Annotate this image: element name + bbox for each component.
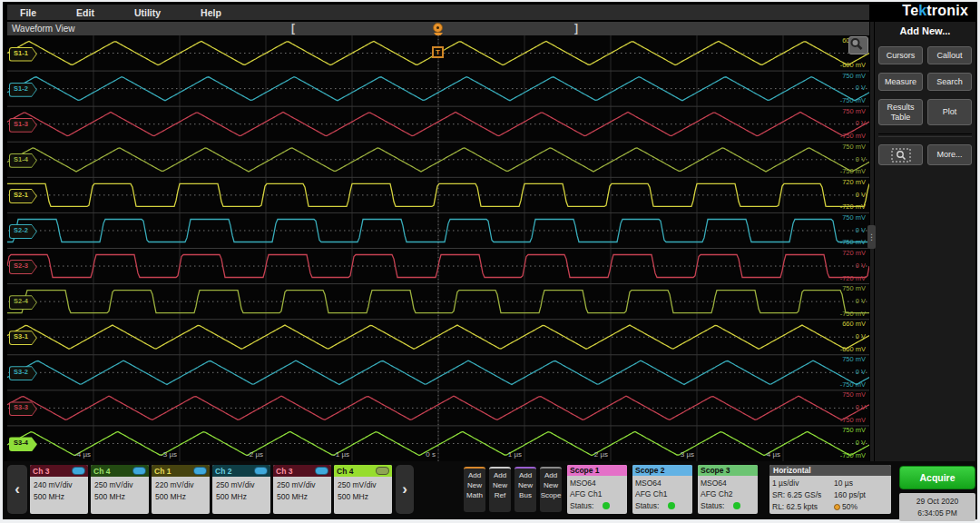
time-tick--3-s: -3 µs (161, 450, 177, 459)
channel-label-S3-1[interactable]: S3-1 (9, 331, 37, 345)
magnifier-icon (849, 37, 864, 50)
zoom-overview-button[interactable] (848, 36, 868, 54)
status-ok-icon (603, 502, 610, 509)
acquire-button[interactable]: Acquire (899, 466, 975, 489)
add-new-line: Add (464, 471, 485, 481)
channel-name: Ch 3 (276, 467, 292, 476)
channel-label-S3-4[interactable]: S3-4 (9, 437, 37, 451)
time-tick--4-s: -4 µs (74, 450, 91, 459)
channel-scale: 250 mV/div (216, 479, 267, 491)
scope-status-label: Status: (570, 500, 593, 511)
add-new-line: Ref (489, 491, 511, 501)
scope-badge-icon (315, 467, 328, 475)
scope-status-row: Status: (570, 500, 624, 511)
scope-panel-body: MSO64AFG Ch1Status: (632, 476, 692, 513)
channel-label-S3-2[interactable]: S3-2 (9, 366, 37, 380)
channel-name: Ch 4 (337, 467, 353, 476)
horizontal-panel[interactable]: Horizontal 1 µs/divSR: 6.25 GS/sRL: 62.5… (769, 465, 891, 514)
sidebar-button-search[interactable]: Search (927, 73, 972, 91)
scope-panel-3[interactable]: Scope 3MSO64AFG Ch2Status: (698, 465, 758, 514)
zoom-bracket-right[interactable]: ] (574, 22, 578, 35)
scale-labels-S1-2: 750 mV0 V-750 mV (840, 73, 866, 104)
channel-name: Ch 3 (33, 467, 49, 476)
sidebar-button-measure[interactable]: Measure (878, 73, 923, 91)
scale-mid-S1-2: 0 V (856, 84, 866, 92)
channel-card-2[interactable]: Ch 4250 mV/div500 MHz (91, 465, 149, 514)
sidebar-button-results-table[interactable]: Results Table (878, 99, 923, 125)
channel-card-6[interactable]: Ch 4250 mV/div500 MHz (334, 465, 392, 514)
scroll-left-button[interactable]: ‹ (7, 465, 27, 514)
scope-badge-icon (72, 467, 85, 475)
add-new-bus-button[interactable]: AddNewBus (514, 467, 536, 512)
trigger-position-icon[interactable] (433, 23, 443, 33)
scope-model: MSO64 (701, 478, 755, 488)
scope-badge-icon (193, 467, 207, 475)
add-new-ref-button[interactable]: AddNewRef (489, 467, 511, 512)
zoom-bracket-left[interactable]: [ (291, 22, 295, 35)
channel-label-S1-1[interactable]: S1-1 (9, 47, 37, 62)
scale-mid-S3-3: 0 V (856, 404, 866, 411)
scope-status-label: Status: (635, 500, 659, 511)
menu-item-help[interactable]: Help (201, 7, 221, 18)
scope-panel-body: MSO64AFG Ch1Status: (567, 476, 627, 513)
time-tick--2-s: -2 µs (247, 450, 263, 459)
channel-label-S2-3[interactable]: S2-3 (9, 260, 37, 274)
waveform-view-title: Waveform View (12, 24, 74, 34)
channel-label-text-S3-1: S3-1 (10, 331, 36, 344)
scope-panels: Scope 1MSO64AFG Ch1Status:Scope 2MSO64AF… (567, 465, 758, 514)
scope-panel-body: MSO64AFG Ch2Status: (698, 476, 758, 513)
sidebar-button-callout[interactable]: Callout (927, 46, 972, 64)
scale-bottom-S1-1: -600 mV (840, 62, 866, 69)
tektronix-logo: Tektronix (902, 3, 968, 19)
scroll-right-button[interactable]: › (396, 465, 414, 514)
logo-tronix: tronix (926, 3, 968, 18)
splitter-handle[interactable]: ⋮ (867, 225, 876, 249)
channel-card-3[interactable]: Ch 1220 mV/div500 MHz (152, 465, 210, 514)
scope-badge-icon (376, 467, 389, 475)
scale-mid-S3-4: 0 V (856, 439, 866, 447)
add-new-scope-button[interactable]: AddNewScope (540, 467, 562, 512)
channel-label-S2-2[interactable]: S2-2 (9, 224, 37, 239)
menu-item-file[interactable]: File (20, 7, 36, 18)
channel-card-4[interactable]: Ch 2250 mV/div500 MHz (212, 465, 270, 514)
add-new-line: New (540, 481, 562, 491)
scope-panel-title: Scope 1 (567, 465, 627, 476)
trigger-marker[interactable]: T (432, 46, 444, 58)
scope-model: MSO64 (635, 478, 690, 488)
scope-status-row: Status: (701, 500, 755, 511)
add-new-line: Add (514, 471, 536, 481)
add-new-math-button[interactable]: AddNewMath (464, 467, 485, 512)
menu-item-edit[interactable]: Edit (76, 7, 94, 18)
channel-label-S1-3[interactable]: S1-3 (9, 118, 37, 133)
waveform-view-panel: Waveform View [ ] T -4 µs-3 µs-2 µs-1 µs… (7, 22, 869, 461)
channel-label-S1-4[interactable]: S1-4 (9, 153, 37, 168)
channel-label-S1-2[interactable]: S1-2 (9, 83, 37, 97)
scope-panel-1[interactable]: Scope 1MSO64AFG Ch1Status: (567, 465, 627, 514)
channel-bandwidth: 500 MHz (155, 491, 206, 503)
sidebar-button-plot[interactable]: Plot (927, 99, 972, 125)
add-new-line: New (489, 481, 511, 491)
sidebar-button-cursors[interactable]: Cursors (878, 46, 923, 64)
more-button[interactable]: More... (927, 144, 972, 165)
channel-label-S2-1[interactable]: S2-1 (9, 189, 37, 203)
menu-item-utility[interactable]: Utility (134, 7, 161, 18)
horizontal-value: RL: 62.5 kpts (772, 501, 834, 513)
scale-mid-S2-1: 0 V (856, 192, 866, 199)
channel-card-5[interactable]: Ch 3250 mV/div500 MHz (273, 465, 331, 514)
zoom-mode-button[interactable] (878, 144, 923, 165)
time-tick-2-s: 2 µs (594, 450, 608, 459)
horizontal-left-column: 1 µs/divSR: 6.25 GS/sRL: 62.5 kpts (772, 478, 834, 512)
channel-card-1[interactable]: Ch 3240 mV/div500 MHz (30, 465, 88, 514)
channel-cards: Ch 3240 mV/div500 MHzCh 4250 mV/div500 M… (30, 465, 392, 514)
channel-scale: 240 mV/div (34, 479, 84, 491)
channel-label-text-S3-3: S3-3 (10, 402, 36, 415)
horizontal-value: 10 µs (834, 478, 888, 489)
channel-card-header: Ch 3 (273, 465, 331, 477)
scope-panel-title: Scope 2 (632, 465, 692, 476)
scope-panel-2[interactable]: Scope 2MSO64AFG Ch1Status: (632, 465, 692, 514)
add-new-buttons: AddNewMathAddNewRefAddNewBusAddNewScope (464, 467, 562, 512)
graticule-svg: -4 µs-3 µs-2 µs-1 µs0 s1 µs2 µs3 µs4 µs (7, 35, 869, 461)
channel-label-S3-3[interactable]: S3-3 (9, 401, 37, 416)
channel-label-S2-4[interactable]: S2-4 (9, 295, 37, 310)
channel-bandwidth: 500 MHz (34, 491, 84, 503)
